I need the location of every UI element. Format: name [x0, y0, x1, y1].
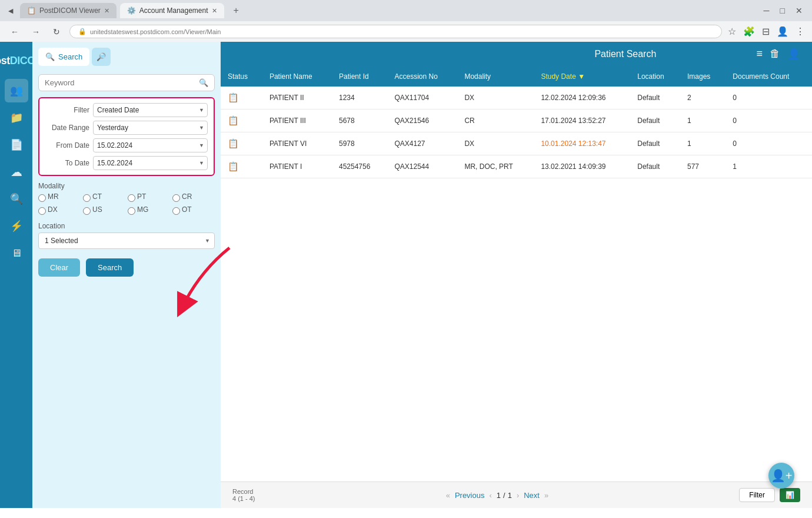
cell-accession-no: QAX21546 [388, 109, 458, 132]
from-date-select[interactable]: 15.02.2024 [93, 138, 208, 152]
modality-us: US [83, 205, 125, 216]
next-button[interactable]: Next [524, 491, 540, 500]
cell-status: 📋 [221, 109, 262, 132]
modality-dx-input[interactable] [38, 207, 46, 215]
sidebar-item-patients[interactable]: 👥 [5, 79, 28, 102]
col-patient-name[interactable]: Patient Name [262, 67, 332, 87]
tab2-close[interactable]: ✕ [212, 7, 217, 15]
forward-button[interactable]: → [28, 26, 44, 38]
sidebar-item-folder[interactable]: 📁 [5, 106, 28, 130]
maximize-button[interactable]: □ [780, 6, 785, 15]
modality-ct-input[interactable] [83, 194, 91, 202]
date-range-label: Date Range [45, 124, 89, 132]
record-info: Record 4 (1 - 4) [232, 488, 255, 502]
cell-status: 📋 [221, 87, 262, 109]
sidebar-icon[interactable]: ⊟ [762, 26, 770, 37]
sidebar-item-documents[interactable]: 📄 [5, 133, 28, 157]
cell-study-date: 17.01.2024 13:52:27 [534, 109, 630, 132]
tab-search[interactable]: 🔍 Search [38, 48, 89, 66]
add-patient-fab[interactable]: 👤+ [768, 463, 794, 489]
modality-ot-input[interactable] [172, 207, 180, 215]
footer-right: Filter 📊 [739, 488, 800, 502]
header-actions: ≡ 🗑 👤 [757, 48, 801, 61]
back-button[interactable]: ← [7, 26, 22, 38]
filter-select[interactable]: Created Date Study Date Upload Date [93, 103, 208, 117]
col-location[interactable]: Location [630, 67, 680, 87]
to-date-label: To Date [45, 159, 89, 167]
modality-mg-input[interactable] [128, 207, 135, 215]
minimize-button[interactable]: ─ [764, 6, 770, 15]
to-date-select[interactable]: 15.02.2024 [93, 156, 208, 170]
col-accession-no[interactable]: Accession No [388, 67, 458, 87]
tab2-title: Account Management [139, 6, 208, 15]
table-row[interactable]: 📋 PATIENT III 5678 QAX21546 CR 17.01.202… [221, 109, 812, 132]
star-icon[interactable]: ☆ [728, 26, 736, 37]
tab-postdicom-viewer[interactable]: 📋 PostDICOM Viewer ✕ [20, 3, 117, 18]
close-button[interactable]: ✕ [796, 6, 803, 15]
sidebar-item-monitor[interactable]: 🖥 [5, 241, 28, 265]
col-study-date[interactable]: Study Date ▼ [534, 67, 630, 87]
filter-button[interactable]: Filter [739, 488, 775, 502]
table-row[interactable]: 📋 PATIENT I 45254756 QAX12544 MR, DOC, P… [221, 155, 812, 178]
sidebar-item-analytics[interactable]: ⚡ [5, 214, 28, 238]
sidebar-item-upload[interactable]: ☁ [5, 160, 28, 184]
table-container: Status Patient Name Patient Id Accession… [221, 67, 812, 482]
prev-button[interactable]: Previous [455, 491, 485, 500]
cell-patient-id: 5678 [332, 109, 388, 132]
cell-images: 1 [680, 109, 726, 132]
col-images[interactable]: Images [680, 67, 726, 87]
cell-documents-count: 0 [726, 132, 812, 155]
sidebar-item-search[interactable]: 🔍 [5, 187, 28, 211]
keyword-input[interactable] [45, 78, 199, 87]
tab1-close[interactable]: ✕ [104, 7, 109, 15]
prev-chevron-double[interactable]: « [446, 491, 450, 500]
cell-modality: DX [457, 132, 534, 155]
modality-cr-input[interactable] [172, 194, 180, 202]
tab-account-management[interactable]: ⚙️ Account Management ✕ [120, 3, 224, 18]
cell-images: 1 [680, 132, 726, 155]
tab-advanced[interactable]: 🔎 [92, 48, 111, 66]
search-button[interactable]: Search [86, 258, 134, 277]
list-view-icon[interactable]: ≡ [757, 48, 763, 61]
modality-mr-input[interactable] [38, 194, 46, 202]
modality-pt-input[interactable] [128, 194, 135, 202]
date-range-select[interactable]: Yesterday Today Last 7 Days Last 30 Days… [93, 121, 208, 135]
modality-dx: DX [38, 205, 81, 216]
next-chevron-double[interactable]: » [544, 491, 548, 500]
from-date-label: From Date [45, 141, 89, 150]
window-controls: ─ □ ✕ [764, 6, 812, 15]
next-chevron[interactable]: › [517, 491, 519, 500]
cell-study-date: 13.02.2021 14:09:39 [534, 155, 630, 178]
cell-patient-name: PATIENT III [262, 109, 332, 132]
modality-us-input[interactable] [83, 207, 91, 215]
url-bar[interactable]: 🔒 unitedstateswest.postdicom.com/Viewer/… [69, 25, 722, 38]
tab-history-back[interactable]: ◀ [8, 7, 13, 15]
cell-patient-name: PATIENT VI [262, 132, 332, 155]
excel-icon: 📊 [786, 491, 794, 499]
filter-select-wrap: Created Date Study Date Upload Date [93, 103, 208, 117]
date-range-select-wrap: Yesterday Today Last 7 Days Last 30 Days… [93, 121, 208, 135]
prev-chevron[interactable]: ‹ [489, 491, 491, 500]
modality-cr: CR [172, 192, 215, 203]
trash-icon[interactable]: 🗑 [770, 48, 780, 61]
extensions-icon[interactable]: 🧩 [743, 26, 755, 37]
modality-section: Modality MR CT PT CR [38, 182, 215, 216]
profile-icon[interactable]: 👤 [777, 26, 788, 37]
clear-button[interactable]: Clear [38, 258, 80, 277]
cell-location: Default [630, 132, 680, 155]
col-modality[interactable]: Modality [457, 67, 534, 87]
table-row[interactable]: 📋 PATIENT II 1234 QAX11704 DX 12.02.2024… [221, 87, 812, 109]
new-tab-button[interactable]: + [228, 2, 245, 19]
account-icon[interactable]: 👤 [787, 48, 800, 61]
cell-patient-name: PATIENT II [262, 87, 332, 109]
modality-grid: MR CT PT CR DX [38, 192, 215, 216]
cell-location: Default [630, 155, 680, 178]
location-select[interactable]: 1 Selected Default All [38, 233, 215, 249]
col-patient-id[interactable]: Patient Id [332, 67, 388, 87]
table-row[interactable]: 📋 PATIENT VI 5978 QAX4127 DX 10.01.2024 … [221, 132, 812, 155]
reload-button[interactable]: ↻ [49, 26, 64, 38]
excel-button[interactable]: 📊 [780, 488, 800, 502]
cell-modality: MR, DOC, PRT [457, 155, 534, 178]
menu-icon[interactable]: ⋮ [796, 26, 805, 37]
col-documents-count[interactable]: Documents Count [726, 67, 812, 87]
